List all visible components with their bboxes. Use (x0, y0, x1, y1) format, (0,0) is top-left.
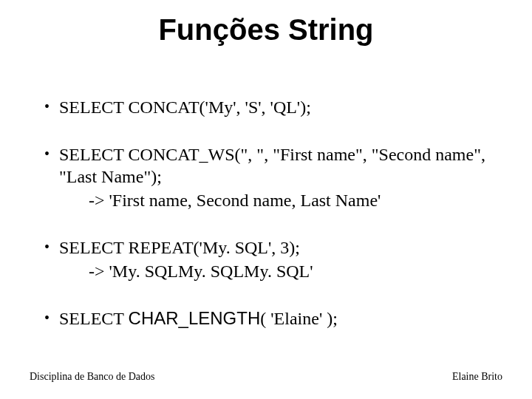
slide-footer: Disciplina de Banco de Dados Elaine Brit… (30, 371, 502, 383)
bullet-result: -> 'First name, Second name, Last Name' (89, 189, 488, 211)
bullet-item: • SELECT CHAR_LENGTH( 'Elaine' ); (44, 307, 488, 330)
bullet-dot-icon: • (44, 96, 59, 117)
bullet-text-suffix: ( 'Elaine' ); (260, 309, 338, 328)
footer-left: Disciplina de Banco de Dados (30, 371, 155, 383)
bullet-text-func: CHAR_LENGTH (129, 308, 261, 328)
bullet-dot-icon: • (44, 143, 59, 164)
slide-content: • SELECT CONCAT('My', 'S', 'QL'); • SELE… (44, 96, 488, 355)
footer-right: Elaine Brito (452, 371, 502, 383)
bullet-dot-icon: • (44, 307, 59, 328)
bullet-item: • SELECT CONCAT_WS(", ", "First name", "… (44, 143, 488, 211)
bullet-text: SELECT CONCAT_WS(", ", "First name", "Se… (59, 143, 488, 188)
slide-title: Funções String (0, 13, 532, 47)
bullet-text: SELECT REPEAT('My. SQL', 3); (59, 236, 488, 259)
slide: Funções String • SELECT CONCAT('My', 'S'… (0, 0, 532, 399)
bullet-result: -> 'My. SQLMy. SQLMy. SQL' (89, 260, 488, 282)
bullet-dot-icon: • (44, 236, 59, 257)
bullet-text: SELECT CONCAT('My', 'S', 'QL'); (59, 96, 488, 118)
bullet-item: • SELECT REPEAT('My. SQL', 3); -> 'My. S… (44, 236, 488, 282)
bullet-item: • SELECT CONCAT('My', 'S', 'QL'); (44, 96, 488, 118)
bullet-text-prefix: SELECT (59, 309, 129, 328)
bullet-text: SELECT CHAR_LENGTH( 'Elaine' ); (59, 307, 488, 330)
